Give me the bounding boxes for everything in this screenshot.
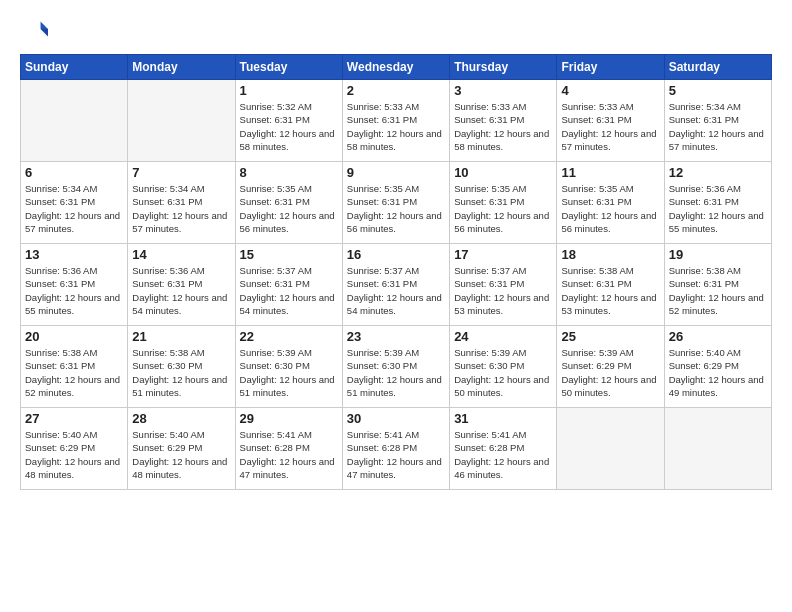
day-number: 8 (240, 165, 338, 180)
header (20, 16, 772, 44)
day-info: Sunrise: 5:36 AMSunset: 6:31 PMDaylight:… (669, 182, 767, 235)
day-info: Sunrise: 5:35 AMSunset: 6:31 PMDaylight:… (561, 182, 659, 235)
day-info: Sunrise: 5:33 AMSunset: 6:31 PMDaylight:… (347, 100, 445, 153)
day-info: Sunrise: 5:34 AMSunset: 6:31 PMDaylight:… (25, 182, 123, 235)
calendar-cell: 2Sunrise: 5:33 AMSunset: 6:31 PMDaylight… (342, 80, 449, 162)
weekday-header: Monday (128, 55, 235, 80)
day-number: 17 (454, 247, 552, 262)
day-number: 31 (454, 411, 552, 426)
calendar-cell: 22Sunrise: 5:39 AMSunset: 6:30 PMDayligh… (235, 326, 342, 408)
day-number: 16 (347, 247, 445, 262)
day-info: Sunrise: 5:35 AMSunset: 6:31 PMDaylight:… (240, 182, 338, 235)
calendar-cell: 6Sunrise: 5:34 AMSunset: 6:31 PMDaylight… (21, 162, 128, 244)
calendar-cell: 7Sunrise: 5:34 AMSunset: 6:31 PMDaylight… (128, 162, 235, 244)
day-number: 29 (240, 411, 338, 426)
calendar-cell: 26Sunrise: 5:40 AMSunset: 6:29 PMDayligh… (664, 326, 771, 408)
logo-icon (20, 16, 48, 44)
day-info: Sunrise: 5:40 AMSunset: 6:29 PMDaylight:… (669, 346, 767, 399)
calendar-cell (21, 80, 128, 162)
day-info: Sunrise: 5:38 AMSunset: 6:31 PMDaylight:… (25, 346, 123, 399)
day-number: 5 (669, 83, 767, 98)
day-info: Sunrise: 5:36 AMSunset: 6:31 PMDaylight:… (25, 264, 123, 317)
day-number: 9 (347, 165, 445, 180)
day-number: 25 (561, 329, 659, 344)
calendar-cell: 29Sunrise: 5:41 AMSunset: 6:28 PMDayligh… (235, 408, 342, 490)
calendar-cell: 10Sunrise: 5:35 AMSunset: 6:31 PMDayligh… (450, 162, 557, 244)
day-number: 2 (347, 83, 445, 98)
day-number: 19 (669, 247, 767, 262)
page: SundayMondayTuesdayWednesdayThursdayFrid… (0, 0, 792, 612)
calendar-cell: 8Sunrise: 5:35 AMSunset: 6:31 PMDaylight… (235, 162, 342, 244)
weekday-header: Tuesday (235, 55, 342, 80)
day-number: 27 (25, 411, 123, 426)
day-number: 20 (25, 329, 123, 344)
calendar-cell: 31Sunrise: 5:41 AMSunset: 6:28 PMDayligh… (450, 408, 557, 490)
weekday-header: Saturday (664, 55, 771, 80)
calendar-cell: 28Sunrise: 5:40 AMSunset: 6:29 PMDayligh… (128, 408, 235, 490)
day-info: Sunrise: 5:37 AMSunset: 6:31 PMDaylight:… (240, 264, 338, 317)
day-number: 23 (347, 329, 445, 344)
header-row: SundayMondayTuesdayWednesdayThursdayFrid… (21, 55, 772, 80)
day-number: 13 (25, 247, 123, 262)
day-info: Sunrise: 5:40 AMSunset: 6:29 PMDaylight:… (132, 428, 230, 481)
calendar-cell: 4Sunrise: 5:33 AMSunset: 6:31 PMDaylight… (557, 80, 664, 162)
day-number: 12 (669, 165, 767, 180)
day-number: 21 (132, 329, 230, 344)
day-number: 22 (240, 329, 338, 344)
weekday-header: Wednesday (342, 55, 449, 80)
day-info: Sunrise: 5:39 AMSunset: 6:30 PMDaylight:… (240, 346, 338, 399)
day-info: Sunrise: 5:41 AMSunset: 6:28 PMDaylight:… (240, 428, 338, 481)
calendar-cell: 27Sunrise: 5:40 AMSunset: 6:29 PMDayligh… (21, 408, 128, 490)
calendar-cell: 3Sunrise: 5:33 AMSunset: 6:31 PMDaylight… (450, 80, 557, 162)
svg-marker-0 (41, 22, 48, 29)
calendar-cell: 18Sunrise: 5:38 AMSunset: 6:31 PMDayligh… (557, 244, 664, 326)
day-info: Sunrise: 5:38 AMSunset: 6:31 PMDaylight:… (561, 264, 659, 317)
day-number: 3 (454, 83, 552, 98)
calendar-cell: 30Sunrise: 5:41 AMSunset: 6:28 PMDayligh… (342, 408, 449, 490)
day-info: Sunrise: 5:34 AMSunset: 6:31 PMDaylight:… (132, 182, 230, 235)
day-info: Sunrise: 5:40 AMSunset: 6:29 PMDaylight:… (25, 428, 123, 481)
day-info: Sunrise: 5:34 AMSunset: 6:31 PMDaylight:… (669, 100, 767, 153)
day-number: 18 (561, 247, 659, 262)
calendar-week-row: 20Sunrise: 5:38 AMSunset: 6:31 PMDayligh… (21, 326, 772, 408)
day-info: Sunrise: 5:33 AMSunset: 6:31 PMDaylight:… (454, 100, 552, 153)
calendar-cell: 23Sunrise: 5:39 AMSunset: 6:30 PMDayligh… (342, 326, 449, 408)
day-info: Sunrise: 5:38 AMSunset: 6:30 PMDaylight:… (132, 346, 230, 399)
day-number: 26 (669, 329, 767, 344)
calendar-cell: 21Sunrise: 5:38 AMSunset: 6:30 PMDayligh… (128, 326, 235, 408)
day-number: 1 (240, 83, 338, 98)
logo (20, 16, 52, 44)
calendar-cell: 11Sunrise: 5:35 AMSunset: 6:31 PMDayligh… (557, 162, 664, 244)
calendar-cell: 1Sunrise: 5:32 AMSunset: 6:31 PMDaylight… (235, 80, 342, 162)
day-info: Sunrise: 5:37 AMSunset: 6:31 PMDaylight:… (347, 264, 445, 317)
day-info: Sunrise: 5:41 AMSunset: 6:28 PMDaylight:… (454, 428, 552, 481)
day-info: Sunrise: 5:35 AMSunset: 6:31 PMDaylight:… (454, 182, 552, 235)
day-number: 7 (132, 165, 230, 180)
calendar-cell: 9Sunrise: 5:35 AMSunset: 6:31 PMDaylight… (342, 162, 449, 244)
calendar-week-row: 13Sunrise: 5:36 AMSunset: 6:31 PMDayligh… (21, 244, 772, 326)
day-number: 11 (561, 165, 659, 180)
day-info: Sunrise: 5:41 AMSunset: 6:28 PMDaylight:… (347, 428, 445, 481)
calendar-week-row: 6Sunrise: 5:34 AMSunset: 6:31 PMDaylight… (21, 162, 772, 244)
calendar-cell: 5Sunrise: 5:34 AMSunset: 6:31 PMDaylight… (664, 80, 771, 162)
day-info: Sunrise: 5:35 AMSunset: 6:31 PMDaylight:… (347, 182, 445, 235)
calendar-cell: 20Sunrise: 5:38 AMSunset: 6:31 PMDayligh… (21, 326, 128, 408)
day-number: 30 (347, 411, 445, 426)
calendar-cell: 15Sunrise: 5:37 AMSunset: 6:31 PMDayligh… (235, 244, 342, 326)
day-number: 24 (454, 329, 552, 344)
day-number: 10 (454, 165, 552, 180)
day-number: 28 (132, 411, 230, 426)
calendar-cell (128, 80, 235, 162)
calendar-cell: 13Sunrise: 5:36 AMSunset: 6:31 PMDayligh… (21, 244, 128, 326)
svg-marker-1 (41, 29, 48, 36)
day-number: 15 (240, 247, 338, 262)
day-number: 4 (561, 83, 659, 98)
calendar-cell: 14Sunrise: 5:36 AMSunset: 6:31 PMDayligh… (128, 244, 235, 326)
day-info: Sunrise: 5:33 AMSunset: 6:31 PMDaylight:… (561, 100, 659, 153)
weekday-header: Friday (557, 55, 664, 80)
calendar-cell (664, 408, 771, 490)
calendar-cell: 25Sunrise: 5:39 AMSunset: 6:29 PMDayligh… (557, 326, 664, 408)
calendar-cell: 16Sunrise: 5:37 AMSunset: 6:31 PMDayligh… (342, 244, 449, 326)
day-info: Sunrise: 5:39 AMSunset: 6:30 PMDaylight:… (454, 346, 552, 399)
day-info: Sunrise: 5:37 AMSunset: 6:31 PMDaylight:… (454, 264, 552, 317)
